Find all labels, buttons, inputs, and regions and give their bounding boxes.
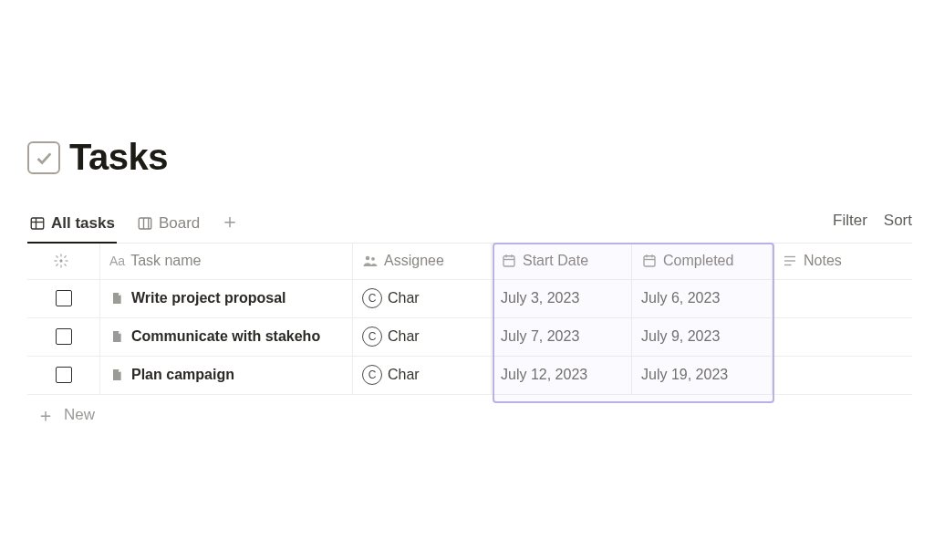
checkbox-icon (56, 328, 72, 345)
svg-point-15 (366, 256, 370, 261)
column-task-name-header[interactable]: Aa Task name (100, 244, 353, 280)
people-icon (362, 253, 379, 269)
svg-line-14 (64, 255, 66, 257)
filter-button[interactable]: Filter (833, 212, 867, 230)
svg-rect-3 (139, 218, 151, 229)
task-title-text: Communicate with stakeho (131, 328, 320, 345)
avatar: C (362, 288, 382, 308)
title-type-icon: Aa (109, 254, 125, 268)
table-row[interactable]: Write project proposal C Char July 3, 20… (27, 280, 912, 318)
assignee-name: Char (388, 367, 420, 383)
avatar: C (362, 327, 382, 347)
completed-date-cell[interactable]: July 19, 2023 (632, 357, 773, 395)
completed-date-value: July 9, 2023 (641, 328, 720, 345)
page-title: Tasks (69, 137, 168, 178)
calendar-icon (501, 253, 517, 269)
new-row-button[interactable]: ＋ New (27, 395, 912, 435)
completed-date-value: July 19, 2023 (641, 367, 728, 383)
task-title-cell[interactable]: Plan campaign (100, 357, 353, 395)
notes-cell[interactable] (773, 318, 912, 357)
task-title-text: Plan campaign (131, 367, 234, 383)
assignee-name: Char (388, 328, 420, 345)
tasks-checkbox-icon (27, 141, 60, 174)
new-row-label: New (64, 406, 95, 424)
gear-icon (53, 253, 69, 269)
add-view-button[interactable]: ＋ (220, 212, 240, 239)
tab-all-tasks[interactable]: All tasks (27, 209, 117, 244)
checkbox-icon (56, 367, 72, 383)
column-assignee-header[interactable]: Assignee (353, 244, 492, 280)
svg-line-11 (56, 255, 57, 257)
tab-board-label: Board (159, 214, 200, 233)
row-checkbox-cell[interactable] (27, 318, 100, 357)
page-icon (109, 291, 124, 306)
page-icon (109, 368, 124, 382)
tab-board[interactable]: Board (135, 209, 202, 242)
notes-cell[interactable] (773, 357, 912, 395)
task-title-cell[interactable]: Write project proposal (100, 280, 353, 318)
view-tabs: All tasks Board ＋ Filter Sort (27, 209, 912, 244)
table-row[interactable]: Plan campaign C Char July 12, 2023 July … (27, 357, 912, 395)
table-header-row: Aa Task name Assignee Start Date Complet… (27, 244, 912, 280)
column-start-date-header[interactable]: Start Date (492, 244, 632, 280)
page-icon (109, 329, 124, 344)
assignee-name: Char (388, 290, 420, 306)
checkbox-icon (56, 290, 72, 306)
column-task-name-label: Task name (130, 253, 201, 269)
assignee-cell[interactable]: C Char (353, 280, 492, 318)
avatar: C (362, 365, 382, 385)
assignee-cell[interactable]: C Char (353, 318, 492, 357)
tab-all-tasks-label: All tasks (51, 214, 115, 233)
svg-line-12 (64, 264, 66, 265)
start-date-cell[interactable]: July 12, 2023 (492, 357, 632, 395)
board-icon (137, 215, 153, 232)
svg-line-13 (56, 264, 57, 265)
column-completed-label: Completed (663, 253, 733, 269)
row-options-header[interactable] (27, 244, 100, 280)
start-date-cell[interactable]: July 7, 2023 (492, 318, 632, 357)
svg-point-6 (59, 259, 62, 262)
sort-button[interactable]: Sort (884, 212, 912, 230)
start-date-cell[interactable]: July 3, 2023 (492, 280, 632, 318)
column-start-date-label: Start Date (523, 253, 588, 269)
column-notes-header[interactable]: Notes (773, 244, 912, 280)
task-title-cell[interactable]: Communicate with stakeho (100, 318, 353, 357)
completed-date-cell[interactable]: July 9, 2023 (632, 318, 773, 357)
row-checkbox-cell[interactable] (27, 357, 100, 395)
page-title-row: Tasks (27, 137, 912, 178)
assignee-cell[interactable]: C Char (353, 357, 492, 395)
start-date-value: July 12, 2023 (501, 367, 587, 383)
table-row[interactable]: Communicate with stakeho C Char July 7, … (27, 318, 912, 357)
task-title-text: Write project proposal (131, 290, 286, 306)
completed-date-value: July 6, 2023 (641, 290, 720, 306)
text-lines-icon (782, 253, 798, 269)
column-notes-label: Notes (804, 253, 842, 269)
calendar-icon (641, 253, 658, 269)
svg-rect-21 (644, 256, 655, 266)
row-checkbox-cell[interactable] (27, 280, 100, 318)
column-completed-header[interactable]: Completed (632, 244, 773, 280)
notes-cell[interactable] (773, 280, 912, 318)
start-date-value: July 7, 2023 (501, 328, 579, 345)
column-assignee-label: Assignee (384, 253, 444, 269)
completed-date-cell[interactable]: July 6, 2023 (632, 280, 773, 318)
table-icon (29, 215, 46, 232)
plus-icon: ＋ (36, 406, 55, 424)
svg-point-16 (371, 257, 375, 261)
svg-rect-17 (503, 256, 514, 266)
start-date-value: July 3, 2023 (501, 290, 579, 306)
svg-rect-0 (31, 218, 44, 229)
